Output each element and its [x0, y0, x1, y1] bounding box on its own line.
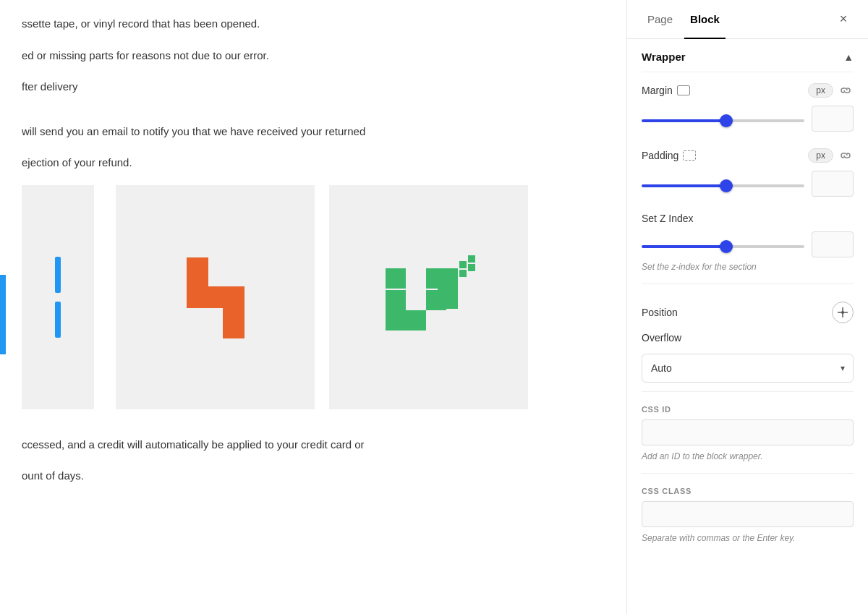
tab-page[interactable]: Page: [642, 0, 678, 39]
image-cell-1: [22, 185, 94, 409]
padding-value-input[interactable]: [812, 171, 854, 197]
margin-value-input[interactable]: [812, 106, 854, 132]
margin-slider-row: [642, 106, 854, 132]
collapse-button[interactable]: ▲: [843, 51, 854, 63]
padding-label: Padding: [642, 150, 696, 161]
margin-property-row: Margin px: [642, 72, 854, 137]
content-para-6: ccessed, and a credit will automatically…: [22, 435, 605, 454]
padding-icon: [683, 150, 696, 161]
content-para-2: ed or missing parts for reasons not due …: [22, 46, 605, 65]
padding-slider[interactable]: [642, 184, 804, 187]
padding-unit-badge[interactable]: px: [808, 148, 833, 163]
content-para-1: ssette tape, or vinyl record that has be…: [22, 14, 605, 33]
image-cell-3: [329, 185, 528, 409]
css-id-input[interactable]: [642, 419, 854, 445]
image-cell-2: [116, 185, 315, 409]
divider-1: [642, 283, 854, 284]
content-para-3: fter delivery: [22, 77, 605, 96]
s-logo-svg: [176, 254, 255, 341]
tab-block[interactable]: Block: [684, 0, 726, 39]
margin-icon: [677, 85, 690, 95]
css-class-input[interactable]: [642, 501, 854, 527]
zindex-label-row: Set Z Index: [642, 213, 854, 224]
content-area: ssette tape, or vinyl record that has be…: [0, 0, 626, 614]
content-para-7: ount of days.: [22, 466, 605, 485]
padding-slider-row: [642, 171, 854, 197]
margin-slider[interactable]: [642, 119, 804, 122]
padding-property-row: Padding px: [642, 137, 854, 202]
css-id-label: CSS ID: [642, 405, 854, 414]
svg-rect-13: [438, 268, 458, 289]
svg-point-21: [841, 311, 844, 314]
margin-label: Margin: [642, 85, 690, 96]
margin-unit-badge[interactable]: px: [808, 83, 833, 98]
padding-slider-wrap: [642, 177, 804, 190]
zindex-property-row: Set Z Index Set the z-index for the sect…: [642, 202, 854, 281]
blue-accent-bar: [0, 275, 6, 354]
position-overflow-row: Position Overflow Auto Hidden Visible: [642, 287, 854, 388]
zindex-value-input[interactable]: [812, 231, 854, 257]
position-label: Position: [642, 307, 678, 318]
divider-2: [642, 391, 854, 392]
padding-controls: px: [808, 148, 854, 163]
svg-rect-17: [468, 264, 475, 271]
overflow-select[interactable]: Auto Hidden Visible Scroll: [642, 354, 854, 383]
padding-label-row: Padding px: [642, 148, 854, 163]
css-class-section: CSS CLASS Separate with commas or the En…: [642, 477, 854, 552]
zindex-slider-row: [642, 231, 854, 257]
overflow-select-wrap: Auto Hidden Visible Scroll ▾: [642, 354, 854, 383]
svg-rect-7: [386, 268, 406, 289]
content-para-4: will send you an email to notify you tha…: [22, 122, 605, 141]
svg-rect-5: [208, 257, 244, 286]
divider-3: [642, 473, 854, 474]
svg-rect-14: [438, 289, 458, 309]
content-para-5: ejection of your refund.: [22, 153, 605, 172]
zindex-label: Set Z Index: [642, 213, 694, 224]
svg-rect-10: [406, 310, 426, 331]
close-button[interactable]: ×: [833, 9, 854, 30]
panel-content: Wrapper ▲ Margin px: [627, 39, 868, 614]
position-icon-button[interactable]: [832, 302, 854, 323]
margin-controls: px: [808, 82, 854, 98]
css-class-helper: Separate with commas or the Enter key.: [642, 533, 854, 543]
image-grid: [22, 185, 605, 409]
right-panel: Page Block × Wrapper ▲ Margin px: [626, 0, 868, 614]
svg-rect-9: [386, 310, 406, 331]
margin-link-icon[interactable]: [838, 82, 854, 98]
svg-rect-16: [468, 255, 475, 263]
zindex-helper-text: Set the z-index for the section: [642, 262, 854, 272]
up-logo-svg: [378, 254, 480, 341]
wrapper-section-header: Wrapper ▲: [642, 39, 854, 72]
svg-rect-8: [386, 290, 406, 310]
overflow-label: Overflow: [642, 332, 681, 344]
margin-label-row: Margin px: [642, 82, 854, 98]
svg-rect-15: [459, 261, 467, 268]
zindex-slider[interactable]: [642, 245, 804, 248]
margin-slider-wrap: [642, 112, 804, 125]
css-id-section: CSS ID Add an ID to the block wrapper.: [642, 395, 854, 470]
zindex-slider-wrap: [642, 238, 804, 251]
padding-link-icon[interactable]: [838, 148, 854, 163]
css-class-label: CSS CLASS: [642, 487, 854, 495]
css-id-helper: Add an ID to the block wrapper.: [642, 451, 854, 461]
position-row: Position: [642, 297, 854, 328]
svg-rect-6: [187, 308, 223, 337]
svg-rect-18: [459, 270, 467, 277]
svg-rect-2: [187, 286, 244, 308]
wrapper-title: Wrapper: [642, 51, 686, 63]
panel-header: Page Block ×: [627, 0, 868, 39]
overflow-row: Overflow: [642, 328, 854, 348]
